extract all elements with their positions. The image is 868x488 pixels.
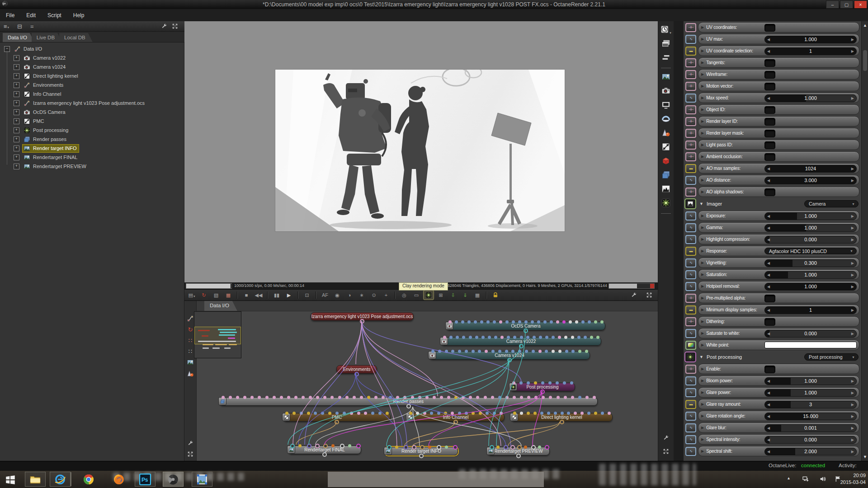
port-icon[interactable]	[498, 396, 501, 399]
render-target-icon[interactable]	[661, 72, 670, 83]
expand-arrow-icon[interactable]: ▶	[701, 296, 704, 300]
output-port-icon[interactable]	[540, 389, 545, 394]
port-icon[interactable]	[280, 396, 283, 399]
port-icon[interactable]	[584, 336, 587, 339]
port-icon[interactable]	[348, 444, 351, 447]
expand-arrow-icon[interactable]: ▶	[701, 178, 704, 182]
tree-item-izarra-emergency-light-v1023-pose-adjustment-ocs[interactable]: +Izarra emergency light v1023 Pose adjus…	[0, 99, 184, 108]
port-icon[interactable]	[343, 412, 346, 415]
viewport-wrench-icon[interactable]	[629, 291, 639, 300]
port-icon[interactable]	[440, 396, 443, 399]
tree-item-pmc[interactable]: +PMC	[0, 117, 184, 126]
lock-image-button[interactable]	[491, 291, 500, 300]
port-icon[interactable]	[475, 336, 478, 339]
slider[interactable]: ◀1.000▶	[764, 283, 857, 291]
expand-arrow-icon[interactable]: ▶	[701, 379, 704, 383]
port-icon[interactable]	[451, 350, 454, 353]
port-icon[interactable]	[538, 446, 541, 449]
tree-item-info-channel[interactable]: +Info Channel	[0, 89, 184, 99]
expand-arrow-icon[interactable]: ▶	[701, 437, 704, 441]
port-icon[interactable]	[570, 381, 573, 385]
camera-pick-button[interactable]: ⊙	[369, 291, 379, 300]
port-icon[interactable]	[389, 396, 392, 399]
port-icon[interactable]	[512, 320, 515, 324]
port-icon[interactable]	[411, 396, 414, 399]
param-type-icon[interactable]: ⊣⊢	[685, 117, 696, 126]
port-icon[interactable]	[578, 350, 581, 353]
output-port-icon[interactable]	[519, 344, 524, 348]
port-icon[interactable]	[574, 412, 577, 415]
save-render-button[interactable]: ▤▾	[187, 291, 197, 300]
background-image-button[interactable]: ▦	[472, 291, 482, 300]
volume-icon[interactable]	[819, 475, 826, 483]
port-icon[interactable]	[547, 412, 550, 415]
node-izarra[interactable]: Izarra emergency light v1023 Pose adjust…	[311, 312, 414, 321]
checkbox[interactable]	[764, 106, 775, 114]
port-icon[interactable]	[517, 445, 522, 450]
port-icon[interactable]	[465, 412, 468, 415]
slider[interactable]: ◀1.000▶	[764, 212, 857, 220]
tree-expand-button[interactable]: +	[14, 155, 19, 160]
imager-icon[interactable]	[661, 184, 670, 195]
slider[interactable]: ◀1▶	[764, 47, 857, 55]
port-icon[interactable]	[520, 396, 523, 399]
port-icon[interactable]	[458, 350, 461, 353]
expand-arrow-icon[interactable]: ▶	[701, 249, 704, 253]
param-type-icon[interactable]: ∿	[685, 258, 696, 267]
port-icon[interactable]	[531, 320, 534, 324]
port-icon[interactable]	[537, 320, 540, 324]
firefox-button[interactable]	[108, 472, 129, 487]
slider[interactable]: ◀1.000▶	[764, 389, 857, 397]
output-port-icon[interactable]	[360, 319, 364, 324]
port-icon[interactable]	[364, 412, 367, 415]
region-render-button[interactable]: ▧	[211, 291, 221, 300]
output-port-icon[interactable]	[354, 372, 359, 376]
file-explorer-button[interactable]	[25, 472, 46, 487]
geometry-icon[interactable]	[661, 156, 670, 167]
port-icon[interactable]	[396, 396, 399, 399]
port-icon[interactable]	[578, 396, 581, 399]
tree-expand-button[interactable]: +	[14, 127, 19, 133]
port-icon[interactable]	[437, 412, 440, 415]
octane-render-button[interactable]	[163, 472, 184, 487]
port-icon[interactable]	[513, 396, 516, 399]
expand-arrow-icon[interactable]: ▶	[701, 143, 704, 147]
spread-nodes-button[interactable]: ∷	[189, 337, 192, 344]
tree-item-camera-v1024[interactable]: +Camera v1024	[0, 62, 184, 71]
slider[interactable]: ◀1.000▶	[764, 36, 857, 43]
output-port-icon[interactable]	[507, 358, 512, 362]
port-icon[interactable]	[374, 396, 377, 399]
node-graph-canvas[interactable]: Izarra emergency light v1023 Pose adjust…	[184, 301, 658, 461]
port-icon[interactable]	[445, 350, 448, 353]
port-icon[interactable]	[353, 396, 356, 399]
node-wrench-icon[interactable]	[187, 440, 193, 446]
port-icon[interactable]	[563, 381, 566, 385]
pause-render-button[interactable]: ▮▮	[272, 291, 282, 300]
expand-arrow-icon[interactable]: ▶	[701, 331, 704, 335]
port-icon[interactable]	[545, 350, 548, 353]
port-icon[interactable]	[504, 445, 508, 450]
inspector-wrench-icon[interactable]	[663, 435, 669, 443]
stop-render-button[interactable]: ■	[241, 291, 251, 300]
port-icon[interactable]	[367, 396, 370, 399]
port-icon[interactable]	[418, 396, 421, 399]
port-icon[interactable]	[507, 336, 510, 339]
port-icon[interactable]	[532, 350, 535, 353]
port-icon[interactable]	[550, 320, 553, 324]
output-port-icon[interactable]	[560, 420, 564, 424]
port-icon[interactable]	[371, 412, 374, 415]
animation-settings-icon[interactable]: ▾	[660, 25, 671, 36]
port-icon[interactable]	[461, 320, 464, 324]
expand-arrow-icon[interactable]: ▶	[701, 84, 704, 88]
slider[interactable]: ◀1.000▶	[764, 94, 857, 102]
material-pick-button[interactable]: ◑	[344, 291, 354, 300]
checkbox[interactable]	[764, 188, 775, 196]
param-type-icon[interactable]: ∿	[685, 211, 696, 221]
port-icon[interactable]	[453, 445, 458, 450]
port-icon[interactable]	[294, 396, 297, 399]
tree-item-camera-v1022[interactable]: +Camera v1022	[0, 53, 184, 62]
port-icon[interactable]	[433, 396, 436, 399]
expand-arrow-icon[interactable]: ▶	[701, 72, 704, 76]
port-icon[interactable]	[518, 320, 521, 324]
port-icon[interactable]	[552, 350, 555, 353]
